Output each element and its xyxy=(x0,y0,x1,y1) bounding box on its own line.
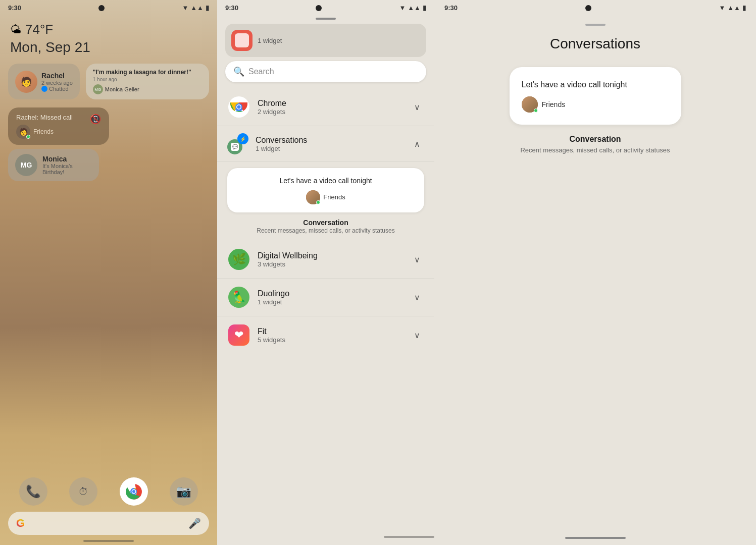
app-list-item-fit[interactable]: ❤ Fit 5 widgets ∨ xyxy=(217,316,434,354)
clock-app-icon[interactable]: ⏱ xyxy=(69,477,97,506)
panel3-drag-pill xyxy=(585,24,606,26)
monica-quote-bubble[interactable]: "I'm making a lasagna for dinner!" 1 hou… xyxy=(86,64,209,99)
rachel-avatar-face: 🧑 xyxy=(15,71,37,93)
chrome-expand-btn[interactable]: ∨ xyxy=(410,100,424,114)
status-time-panel3: 9:30 xyxy=(444,4,458,12)
mg-avatar: MG xyxy=(15,154,37,176)
monica-birthday-bubble[interactable]: MG Monica It's Monica's Birthday! xyxy=(8,149,99,181)
chrome-icon-panel2 xyxy=(227,95,250,119)
home-indicator-panel3 xyxy=(565,537,626,539)
weather-icon: 🌤 xyxy=(10,23,21,36)
conv-message: Let's have a video call tonight xyxy=(279,176,372,186)
duolingo-info: Duolingo 1 widget xyxy=(258,289,403,306)
panel3-desc-sub: Recent messages, missed calls, or activi… xyxy=(510,146,681,155)
chrome-name: Chrome xyxy=(258,99,403,108)
monica-bday-info: Monica It's Monica's Birthday! xyxy=(42,155,92,175)
missed-call-text: Rachel: Missed call xyxy=(16,114,73,121)
dw-icon: 🌿 xyxy=(227,248,250,271)
panel3-online-dot xyxy=(534,108,538,113)
chrome-svg-icon xyxy=(126,483,142,500)
temperature: 74°F xyxy=(25,22,53,37)
fit-expand-btn[interactable]: ∨ xyxy=(410,328,424,342)
conv-person-name: Friends xyxy=(323,193,345,201)
wifi-icon-p2: ▼ xyxy=(399,4,406,12)
rachel-time: 2 weeks ago xyxy=(41,80,73,86)
camera-app-icon[interactable]: 📷 xyxy=(170,477,198,506)
conversations-collapse-btn[interactable]: ∧ xyxy=(410,137,424,151)
missed-call-icon: 📵 xyxy=(90,114,101,125)
conv-widget-title: Conversation xyxy=(227,219,424,227)
phone-app-icon[interactable]: 📞 xyxy=(19,477,47,506)
fit-icon: ❤ xyxy=(227,323,250,347)
widget-picker-scroll[interactable]: 1 widget 🔍 Search xyxy=(217,14,434,535)
battery-icon-p2: ▮ xyxy=(423,4,426,12)
conv-online-dot xyxy=(316,200,320,204)
panel3-person-avatar xyxy=(522,96,538,113)
rachel-avatar: 🧑 xyxy=(15,71,37,93)
fit-icon-bg: ❤ xyxy=(228,324,249,346)
wifi-icon: ▼ xyxy=(182,4,188,12)
conv-person-avatar xyxy=(306,190,320,204)
online-indicator xyxy=(26,135,30,139)
monica-row: MG Monica Geller xyxy=(93,84,202,94)
app-list-item-dw[interactable]: 🌿 Digital Wellbeing 3 widgets ∨ xyxy=(217,241,434,279)
messenger-icon xyxy=(41,86,47,92)
chrome-icon-svg xyxy=(228,96,249,118)
conv-widget-bubble: Let's have a video call tonight Friends xyxy=(235,176,416,204)
panel3-widget-card[interactable]: Let's have a video call tonight Friends xyxy=(510,67,681,125)
status-time-panel1: 9:30 xyxy=(8,4,21,12)
duolingo-name: Duolingo xyxy=(258,289,403,298)
search-input-placeholder: Search xyxy=(248,67,274,76)
partial-app-icon xyxy=(231,30,253,51)
svg-point-9 xyxy=(237,105,241,109)
monica-quote-time: 1 hour ago xyxy=(93,77,202,82)
fit-info: Fit 5 widgets xyxy=(258,327,403,344)
conversation-widget-preview[interactable]: Let's have a video call tonight Friends xyxy=(227,168,424,212)
missed-call-widget[interactable]: Rachel: Missed call 📵 🧑 Friends xyxy=(8,107,109,145)
conversations-header[interactable]: 💬 ⚡ Conversations 1 widget ∧ xyxy=(217,126,434,162)
status-time-panel2: 9:30 xyxy=(225,4,238,12)
rachel-contact-bubble[interactable]: 🧑 Rachel 2 weeks ago Chatted xyxy=(8,64,80,99)
rachel-sub: 2 weeks ago xyxy=(41,80,73,86)
status-icons-panel3: ▼ ▲▲ ▮ xyxy=(719,4,746,12)
panel3-conv-message: Let's have a video call tonight xyxy=(522,79,669,90)
status-bar-panel1: 9:30 ▼ ▲▲ ▮ xyxy=(0,0,217,14)
panel3-person-row: Friends xyxy=(522,96,669,113)
google-search-bar[interactable]: G 🎤 xyxy=(8,512,209,535)
current-date: Mon, Sep 21 xyxy=(10,39,207,56)
chrome-count: 2 widgets xyxy=(258,108,403,116)
drag-pill xyxy=(316,18,336,20)
google-logo: G xyxy=(16,517,25,530)
duolingo-count: 1 widget xyxy=(258,298,403,306)
battery-icon: ▮ xyxy=(206,4,209,12)
conversations-info: Conversations 1 widget xyxy=(256,136,403,152)
dock-area: 📞 ⏱ 📷 G 🎤 xyxy=(0,477,217,535)
panel3-content: Conversations Let's have a video call to… xyxy=(434,14,756,537)
search-bar[interactable]: 🔍 Search xyxy=(225,61,426,82)
monica-bday-name: Monica xyxy=(42,155,92,163)
duolingo-expand-btn[interactable]: ∨ xyxy=(410,290,424,304)
camera-cutout-panel2 xyxy=(316,5,322,11)
panel2-widget-picker: 9:30 ▼ ▲▲ ▮ 1 widget 🔍 Search xyxy=(217,0,434,545)
missed-call-row: Rachel: Missed call 📵 xyxy=(16,114,101,125)
conversations-count: 1 widget xyxy=(256,145,403,152)
camera-cutout-panel3 xyxy=(585,5,591,11)
app-list-item-duolingo[interactable]: 🦜 Duolingo 1 widget ∨ xyxy=(217,279,434,316)
duolingo-icon: 🦜 xyxy=(227,286,250,309)
mic-icon[interactable]: 🎤 xyxy=(188,517,201,529)
dw-expand-btn[interactable]: ∨ xyxy=(410,252,424,266)
contact-bubbles-row: 🧑 Rachel 2 weeks ago Chatted "I'm making… xyxy=(0,60,217,103)
monica-bday-sub: It's Monica's Birthday! xyxy=(42,163,92,175)
friends-label: Friends xyxy=(33,128,54,135)
signal-icon-p3: ▲▲ xyxy=(727,4,740,12)
fit-name: Fit xyxy=(258,327,403,336)
monica-geller-name: Monica Geller xyxy=(105,86,139,92)
panel3-title: Conversations xyxy=(550,36,640,52)
dw-name: Digital Wellbeing xyxy=(258,251,403,260)
conv-widget-sub: Recent messages, missed calls, or activi… xyxy=(227,227,424,235)
status-bar-panel3: 9:30 ▼ ▲▲ ▮ xyxy=(434,0,756,14)
app-list-item-chrome[interactable]: Chrome 2 widgets ∨ xyxy=(217,88,434,126)
status-bar-panel2: 9:30 ▼ ▲▲ ▮ xyxy=(217,0,434,14)
signal-icon: ▲▲ xyxy=(190,4,204,12)
chrome-app-icon[interactable] xyxy=(120,477,148,506)
